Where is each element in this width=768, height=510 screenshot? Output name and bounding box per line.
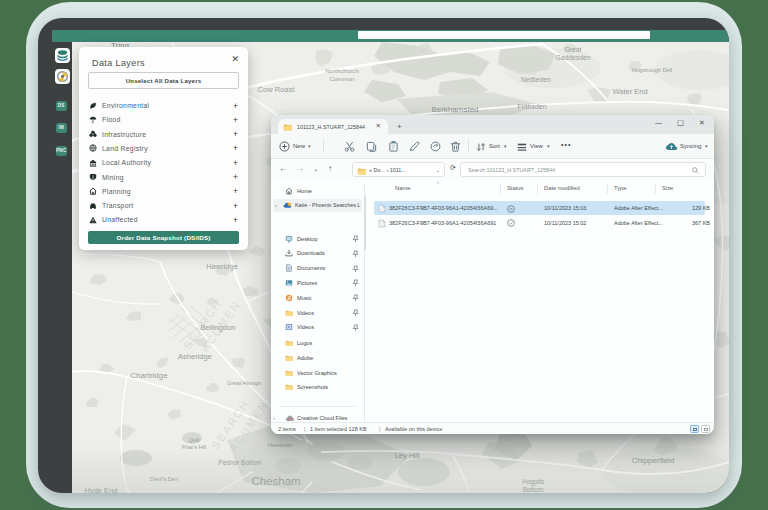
svg-text:Cow Roast: Cow Roast xyxy=(258,85,296,94)
svg-text:Bellingdon: Bellingdon xyxy=(200,323,235,332)
svg-text:Frithsden: Frithsden xyxy=(517,103,546,110)
svg-text:Nettleden: Nettleden xyxy=(521,76,551,83)
svg-text:Great Hivings: Great Hivings xyxy=(227,380,261,386)
svg-text:Great: Great xyxy=(565,46,582,53)
svg-text:Common: Common xyxy=(329,75,355,82)
svg-text:Northchurch: Northchurch xyxy=(325,67,359,74)
svg-text:Chartridge: Chartridge xyxy=(130,371,168,380)
svg-text:Water End: Water End xyxy=(612,87,647,96)
svg-text:Quill: Quill xyxy=(188,437,199,443)
svg-text:Asheridge: Asheridge xyxy=(178,352,212,361)
svg-text:Hawridge: Hawridge xyxy=(206,262,238,271)
svg-text:Hogstrough Dell: Hogstrough Dell xyxy=(632,67,672,73)
svg-text:Berkhamsted: Berkhamsted xyxy=(431,105,478,114)
svg-text:Gaddesden: Gaddesden xyxy=(555,54,590,61)
